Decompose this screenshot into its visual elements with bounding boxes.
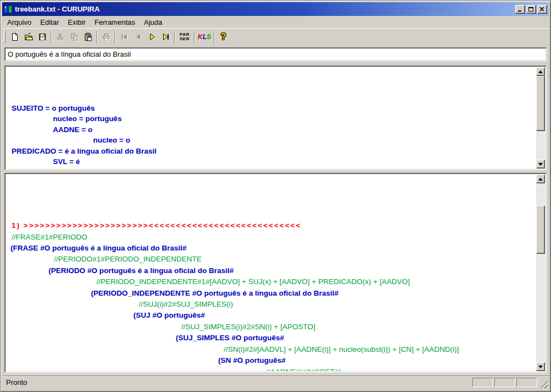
menubar: ArquivoEditarExibirFerramentasAjuda — [2, 16, 549, 28]
kls-button-label: KLS — [198, 34, 211, 40]
analysis-line: SUJEITO = o português — [6, 103, 535, 114]
trace-line: (SN #O português# — [6, 355, 535, 366]
statusbar: Pronto — [2, 375, 549, 388]
scroll-up-button[interactable] — [536, 67, 545, 76]
down-arrow-icon — [538, 163, 543, 166]
trace-line: (FRASE #O português é a língua oficial d… — [6, 243, 535, 254]
new-file-button[interactable] — [8, 30, 21, 43]
last-arrow-icon — [161, 32, 170, 41]
copy-icon — [70, 32, 79, 41]
trace-scrollbar[interactable] — [536, 175, 545, 371]
toolbar-separator — [115, 31, 116, 43]
up-arrow-icon — [538, 178, 543, 181]
analysis-text: SUJEITO = o portuguêsnucleo = portuguêsA… — [6, 67, 535, 168]
trace-line: 1) >>>>>>>>>>>>>>>>>>>>>>><<<<<<<<<<<<<<… — [6, 220, 535, 231]
scroll-down-button[interactable] — [536, 160, 545, 168]
next-sentence-button[interactable] — [145, 30, 159, 43]
cut-button[interactable] — [53, 30, 67, 43]
trace-line: //SN(i)#2#[AADVL] + [AADNE(i)] + nucleo(… — [6, 344, 535, 355]
next-arrow-icon — [148, 32, 156, 41]
app-window: treebank.txt - CURUPIRA ArquivoEditarExi… — [0, 0, 551, 392]
first-arrow-icon — [120, 32, 129, 41]
close-icon — [539, 6, 545, 13]
analysis-line: nucleo = o — [6, 135, 535, 146]
scroll-down-button[interactable] — [536, 362, 545, 371]
app-icon — [4, 5, 13, 14]
toolbar-gripper[interactable] — [4, 31, 6, 43]
toolbar-separator — [96, 31, 98, 43]
trace-line: //PERIODO#1#PERIODO_INDEPENDENTE — [6, 254, 535, 265]
trace-line: (PERIODO_INDEPENDENTE #O português é a l… — [6, 288, 535, 299]
analysis-line: SVL = é — [6, 156, 535, 167]
down-arrow-icon — [538, 366, 543, 368]
sentence-input[interactable] — [4, 47, 547, 61]
scroll-thumb[interactable] — [536, 205, 545, 254]
window-title: treebank.txt - CURUPIRA — [15, 5, 513, 13]
up-arrow-icon — [538, 70, 543, 73]
maximize-button[interactable] — [526, 5, 536, 14]
open-file-button[interactable] — [21, 30, 35, 43]
cut-icon — [56, 32, 65, 41]
trace-line: //FRASE#1#PERIODO — [6, 232, 535, 243]
help-icon: ? — [221, 32, 226, 42]
previous-sentence-button[interactable] — [131, 30, 145, 43]
close-button[interactable] — [537, 5, 547, 14]
resize-grip[interactable] — [541, 381, 548, 388]
trace-line: //SUJ(i)#2#SUJ_SIMPLES(i) — [6, 299, 535, 310]
parser-button[interactable]: PARSER — [177, 30, 192, 43]
toolbar-separator — [174, 31, 175, 43]
menu-item[interactable]: Ferramentas — [90, 17, 140, 28]
paste-icon — [84, 32, 93, 41]
titlebar-buttons — [515, 5, 547, 14]
status-panel — [472, 378, 493, 387]
save-button[interactable] — [35, 30, 49, 43]
open-file-icon — [24, 32, 33, 41]
new-file-icon — [10, 32, 19, 41]
copy-button[interactable] — [67, 30, 81, 43]
parser-button-label: PARSER — [180, 32, 190, 41]
toolbar: PARSER KLS ? — [2, 28, 549, 45]
analysis-line: PREDICADO = é a língua oficial do Brasil — [6, 146, 535, 157]
trace-line: (SUJ #O português# — [6, 310, 535, 321]
minimize-icon — [517, 6, 523, 13]
kls-button[interactable]: KLS — [197, 30, 212, 43]
maximize-icon — [528, 6, 534, 13]
analysis-pane[interactable]: SUJEITO = o portuguêsnucleo = portuguêsA… — [4, 66, 547, 170]
trace-line: (SUJ_SIMPLES #O português# — [6, 333, 535, 344]
previous-arrow-icon — [134, 32, 143, 41]
first-sentence-button[interactable] — [117, 30, 131, 43]
scroll-thumb[interactable] — [536, 76, 545, 131]
menu-item[interactable]: Ajuda — [139, 17, 166, 28]
toolbar-separator — [214, 31, 215, 43]
kls-letter: K — [198, 33, 203, 41]
analysis-scrollbar[interactable] — [536, 67, 545, 168]
trace-line: //SUJ_SIMPLES(i)#2#SN(i) + [APOSTO] — [6, 322, 535, 333]
status-panel — [494, 378, 515, 387]
print-button[interactable] — [99, 30, 113, 43]
print-icon — [102, 32, 111, 41]
trace-line: //AADNE(i)#2#SDET(i) — [6, 367, 535, 372]
minimize-button[interactable] — [515, 5, 525, 14]
toolbar-separator — [194, 31, 195, 43]
help-button[interactable]: ? — [217, 30, 230, 43]
last-sentence-button[interactable] — [159, 30, 172, 43]
menu-item[interactable]: Arquivo — [3, 17, 36, 28]
trace-line: (PERIODO #O português é a língua oficial… — [6, 265, 535, 276]
analysis-line: nucleo = é — [6, 167, 535, 169]
status-panel — [516, 378, 537, 387]
trace-text: 1) >>>>>>>>>>>>>>>>>>>>>>><<<<<<<<<<<<<<… — [6, 175, 535, 371]
trace-pane[interactable]: 1) >>>>>>>>>>>>>>>>>>>>>>><<<<<<<<<<<<<<… — [4, 173, 547, 373]
menu-item[interactable]: Exibir — [63, 17, 90, 28]
analysis-line: AADNE = o — [6, 124, 535, 135]
menu-item[interactable]: Editar — [36, 17, 63, 28]
paste-button[interactable] — [81, 30, 95, 43]
toolbar-separator — [51, 31, 52, 43]
titlebar[interactable]: treebank.txt - CURUPIRA — [2, 2, 549, 16]
save-icon — [38, 32, 47, 41]
kls-letter: S — [207, 33, 211, 41]
trace-line: //PERIODO_INDEPENDENTE#1#[AADVO] + SUJ(x… — [6, 276, 535, 287]
status-message: Pronto — [3, 378, 471, 386]
analysis-line: nucleo = português — [6, 113, 535, 124]
scroll-up-button[interactable] — [536, 175, 545, 183]
kls-letter: L — [203, 33, 207, 41]
